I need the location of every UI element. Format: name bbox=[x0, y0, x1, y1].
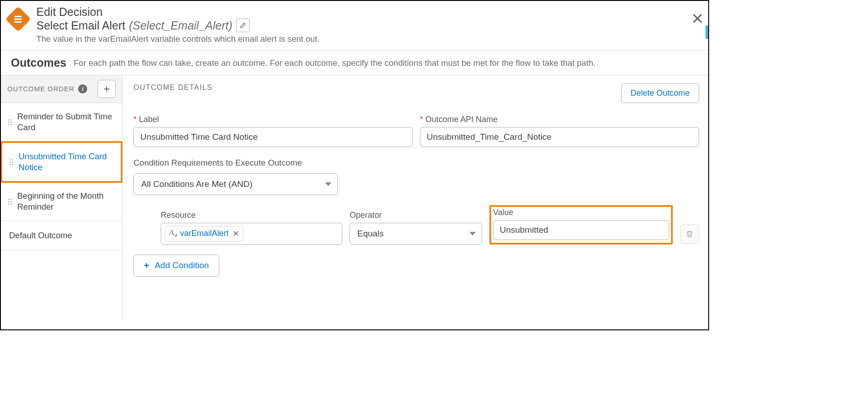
sidebar-item-label: Default Outcome bbox=[9, 230, 72, 241]
resource-label: Resource bbox=[161, 211, 342, 220]
outcomes-header-bar: Outcomes For each path the flow can take… bbox=[1, 51, 708, 75]
operator-label: Operator bbox=[350, 211, 482, 220]
api-name-input[interactable] bbox=[420, 127, 699, 147]
chevron-down-icon bbox=[325, 182, 331, 186]
add-outcome-button[interactable]: + bbox=[98, 80, 116, 98]
sidebar-item-label: Unsubmitted Time Card Notice bbox=[19, 151, 114, 173]
clear-resource-icon[interactable]: ✕ bbox=[232, 229, 239, 239]
outcome-item-beginning-month[interactable]: Beginning of the Month Reminder bbox=[1, 182, 122, 221]
outcome-item-unsubmitted[interactable]: Unsubmitted Time Card Notice bbox=[0, 141, 123, 183]
outcome-item-default[interactable]: Default Outcome bbox=[1, 221, 122, 250]
condition-requirements-label: Condition Requirements to Execute Outcom… bbox=[133, 157, 699, 169]
trash-icon bbox=[686, 230, 694, 238]
api-name-field-label: Outcome API Name bbox=[420, 115, 699, 124]
info-icon[interactable]: i bbox=[78, 84, 87, 93]
delete-outcome-button[interactable]: Delete Outcome bbox=[621, 83, 699, 103]
chevron-down-icon bbox=[469, 232, 476, 235]
sidebar-item-label: Beginning of the Month Reminder bbox=[17, 191, 116, 212]
drag-handle-icon[interactable] bbox=[7, 119, 13, 125]
outcome-order-heading: OUTCOME ORDER bbox=[7, 85, 74, 93]
plus-icon: + bbox=[144, 260, 149, 271]
resource-input[interactable]: Aa varEmailAlert ✕ bbox=[161, 223, 342, 245]
value-label: Value bbox=[493, 208, 669, 217]
decision-icon bbox=[5, 6, 31, 32]
edit-name-button[interactable] bbox=[236, 19, 250, 32]
condition-requirements-select[interactable]: All Conditions Are Met (AND) bbox=[133, 173, 338, 195]
label-input[interactable] bbox=[133, 127, 413, 147]
decision-description: The value in the varEmailAlert variable … bbox=[36, 34, 702, 44]
sidebar-item-label: Reminder to Submit Time Card bbox=[17, 111, 116, 133]
resource-value: varEmailAlert bbox=[180, 229, 229, 238]
drag-handle-icon[interactable] bbox=[7, 199, 13, 205]
outcome-item-reminder-submit[interactable]: Reminder to Submit Time Card bbox=[1, 103, 122, 142]
delete-condition-button[interactable] bbox=[680, 225, 699, 244]
outcomes-description: For each path the flow can take, create … bbox=[74, 58, 596, 68]
modal-title: Edit Decision bbox=[36, 5, 702, 19]
outcome-details-heading: OUTCOME DETAILS bbox=[133, 83, 212, 92]
text-variable-icon: Aa bbox=[169, 228, 178, 239]
close-icon[interactable]: ✕ bbox=[691, 11, 704, 26]
operator-select[interactable]: Equals bbox=[350, 223, 482, 245]
decision-api-name: (Select_Email_Alert) bbox=[129, 19, 232, 32]
value-input[interactable] bbox=[493, 220, 669, 240]
label-field-label: Label bbox=[133, 115, 413, 124]
decision-name: Select Email Alert bbox=[36, 19, 125, 32]
add-condition-label: Add Condition bbox=[155, 260, 209, 270]
add-condition-button[interactable]: + Add Condition bbox=[133, 255, 219, 277]
outcomes-title: Outcomes bbox=[11, 56, 66, 69]
drag-handle-icon[interactable] bbox=[9, 159, 14, 165]
modal-header: Edit Decision Select Email Alert (Select… bbox=[1, 1, 708, 50]
